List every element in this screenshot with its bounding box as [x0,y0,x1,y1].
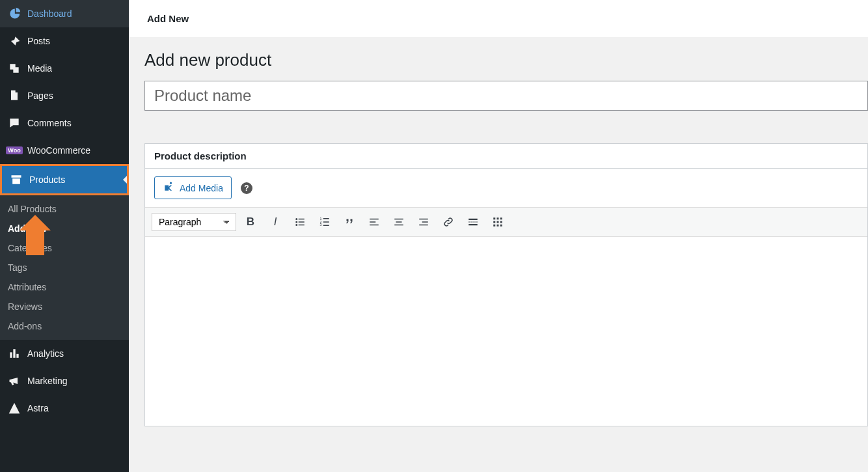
product-name-input[interactable] [144,81,868,111]
help-icon[interactable]: ? [241,182,252,194]
svg-text:3: 3 [320,223,322,227]
sidebar-item-media[interactable]: Media [0,55,129,82]
sidebar-item-astra[interactable]: Astra [0,395,129,422]
submenu-item-label: Reviews [8,301,42,312]
format-select[interactable]: Paragraph [152,213,236,231]
svg-rect-27 [493,221,495,223]
svg-rect-3 [299,221,305,223]
svg-rect-22 [468,221,478,223]
content-area: Add New Add new product Product descript… [129,0,868,472]
svg-rect-28 [497,221,499,223]
product-description-body: Add Media ? Paragraph B I 123 [144,168,868,426]
svg-rect-16 [396,221,402,223]
svg-rect-26 [500,217,502,219]
sidebar-item-label: Posts [27,36,50,46]
svg-point-2 [295,221,297,223]
astra-icon [8,402,21,415]
svg-rect-11 [323,225,329,227]
sidebar-item-posts[interactable]: Posts [0,27,129,55]
dashboard-icon [8,7,21,20]
admin-sidebar: Dashboard Posts Media Pages Comments Woo… [0,0,129,472]
italic-button[interactable]: I [265,212,286,232]
align-left-button[interactable] [364,212,385,232]
bold-button[interactable]: B [240,212,261,232]
sidebar-item-comments[interactable]: Comments [0,109,129,137]
product-description-section: Product description Add Media ? Paragrap… [144,143,868,426]
woocommerce-icon: Woo [8,144,21,157]
svg-rect-24 [493,217,495,219]
bullet-list-button[interactable] [290,212,310,232]
top-bar: Add New [129,0,868,37]
highlight-products: Products [0,164,129,195]
sidebar-item-dashboard[interactable]: Dashboard [0,0,129,27]
submenu-item-label: All Products [8,204,57,214]
insert-more-button[interactable] [463,212,483,232]
comment-icon [8,117,21,130]
products-submenu: All Products Add New Categories Tags Att… [0,195,129,340]
submenu-item-categories[interactable]: Categories [0,238,129,258]
svg-rect-13 [370,221,375,223]
media-button-icon [163,180,176,195]
svg-rect-1 [299,219,305,220]
page-title: Add new product [144,50,868,70]
svg-rect-30 [493,225,495,227]
main: Add new product Product description Add … [129,37,868,426]
sidebar-item-label: Products [29,174,65,185]
sidebar-item-label: Marketing [27,376,67,386]
svg-rect-21 [468,219,478,220]
sidebar-item-label: Comments [27,118,72,128]
numbered-list-button[interactable]: 123 [314,212,335,232]
media-toolbar: Add Media ? [145,169,867,207]
sidebar-item-label: Analytics [27,348,64,359]
svg-rect-32 [500,225,502,227]
sidebar-item-marketing[interactable]: Marketing [0,367,129,395]
svg-rect-25 [497,217,499,219]
submenu-item-addons[interactable]: Add-ons [0,316,129,336]
submenu-item-attributes[interactable]: Attributes [0,277,129,297]
megaphone-icon [8,374,21,387]
editor-toolbar: Paragraph B I 123 [145,207,867,237]
analytics-icon [8,347,21,360]
product-description-label: Product description [144,143,868,168]
editor-textarea[interactable] [145,237,867,426]
blockquote-button[interactable] [339,212,360,232]
submenu-item-label: Add-ons [8,321,42,331]
submenu-item-reviews[interactable]: Reviews [0,297,129,316]
svg-rect-17 [394,225,403,226]
svg-rect-14 [370,225,379,226]
svg-rect-5 [299,225,305,226]
sidebar-item-pages[interactable]: Pages [0,82,129,109]
svg-rect-9 [323,221,329,223]
svg-rect-12 [370,219,379,220]
svg-rect-31 [497,225,499,227]
sidebar-item-label: Dashboard [27,8,72,19]
svg-rect-23 [468,224,478,225]
align-center-button[interactable] [388,212,409,232]
sidebar-item-woocommerce[interactable]: Woo WooCommerce [0,137,129,164]
breadcrumb: Add New [147,13,189,24]
sidebar-item-label: WooCommerce [27,145,90,156]
link-button[interactable] [438,212,459,232]
svg-rect-15 [394,219,403,220]
submenu-item-tags[interactable]: Tags [0,258,129,277]
svg-rect-7 [323,218,329,219]
sidebar-item-products[interactable]: Products [2,166,127,193]
pin-icon [8,35,21,48]
svg-point-4 [295,224,297,226]
submenu-item-label: Attributes [8,282,46,292]
svg-rect-19 [422,221,428,223]
svg-rect-29 [500,221,502,223]
add-media-label: Add Media [180,183,223,193]
arrow-indicator-icon [26,227,44,255]
svg-point-0 [295,218,297,220]
toolbar-toggle-button[interactable] [487,212,508,232]
align-right-button[interactable] [413,212,434,232]
archive-icon [10,173,23,186]
media-icon [8,62,21,75]
sidebar-item-label: Pages [27,90,53,101]
sidebar-item-label: Astra [27,403,49,413]
sidebar-item-analytics[interactable]: Analytics [0,340,129,367]
add-media-button[interactable]: Add Media [154,176,232,199]
sidebar-item-label: Media [27,63,52,74]
pages-icon [8,89,21,102]
